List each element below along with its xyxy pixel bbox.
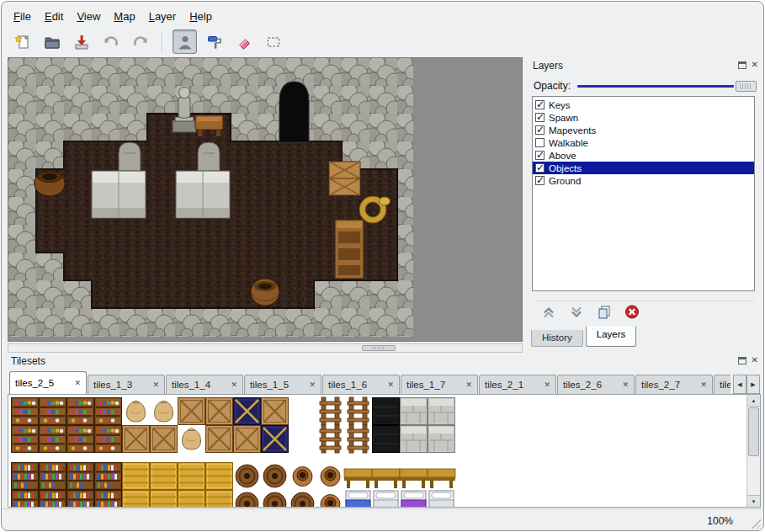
layer-checkbox[interactable]: ✓ [535, 138, 545, 147]
menu-edit[interactable]: Edit [38, 8, 70, 24]
layer-row[interactable]: ✓ Spawn [533, 111, 754, 124]
undo-button[interactable] [98, 29, 123, 54]
layer-checkbox[interactable]: ✓ [535, 176, 545, 185]
float-panel-icon[interactable] [738, 61, 746, 69]
tileset-tab[interactable]: tiles_2_7 ✕ [635, 375, 713, 394]
menu-file[interactable]: File [7, 8, 38, 24]
new-document-icon [14, 34, 31, 51]
float-panel-icon[interactable] [738, 357, 746, 364]
delete-layer-button[interactable] [622, 303, 642, 321]
dock-tab[interactable]: Layers [586, 327, 637, 347]
paint-roller-icon [206, 34, 223, 51]
paint-tool-button[interactable] [202, 29, 226, 54]
layer-row[interactable]: ✓ Ground [533, 174, 754, 187]
stamp-tool-button[interactable] [173, 29, 197, 54]
layer-row[interactable]: ✓ Walkable [533, 136, 754, 149]
layer-name: Ground [549, 176, 581, 186]
tab-scroll-left-icon[interactable]: ◀ [733, 375, 746, 394]
layer-checkbox[interactable]: ✓ [535, 163, 545, 173]
tab-close-icon[interactable]: ✕ [309, 380, 316, 389]
tileset-tab[interactable]: tiles_2_5 ✕ [9, 371, 87, 394]
tileset-vertical-scrollbar[interactable]: ▲ ▼ [746, 395, 760, 507]
layer-name: Mapevents [549, 125, 596, 136]
open-folder-icon [44, 34, 61, 51]
tileset-tab-label: tiles_ [720, 380, 730, 390]
chevron-down-icon [569, 306, 584, 319]
zoom-level: 100% [707, 515, 733, 527]
tab-scroll-right-icon[interactable]: ▶ [746, 375, 760, 394]
menu-view[interactable]: View [70, 8, 107, 24]
tileset-tab[interactable]: tiles_1_6 ✕ [322, 375, 400, 394]
open-button[interactable] [40, 29, 64, 54]
menu-layer[interactable]: Layer [142, 8, 183, 24]
cave-entrance-object [279, 82, 309, 142]
altar-object [92, 171, 146, 218]
new-button[interactable] [10, 29, 35, 54]
toolbar [10, 28, 285, 56]
tileset-tab-label: tiles_1_3 [93, 380, 149, 390]
tileset-tab-label: tiles_2_1 [485, 380, 540, 390]
map-horizontal-scrollbar[interactable] [8, 343, 523, 353]
tab-close-icon[interactable]: ✕ [387, 380, 394, 389]
tab-close-icon[interactable]: ✕ [700, 380, 707, 389]
opacity-slider-track[interactable] [577, 85, 734, 88]
layer-row[interactable]: ✓ Mapevents [533, 124, 754, 136]
check-icon: ✓ [536, 98, 545, 110]
tileset-tab[interactable]: tiles_1_4 ✕ [166, 375, 243, 394]
tab-close-icon[interactable]: ✕ [465, 380, 472, 389]
layer-row[interactable]: ✓ Objects [533, 162, 754, 174]
menu-bar: File Edit View Map Layer Help [7, 7, 219, 25]
toolbar-separator [162, 32, 163, 52]
eraser-tool-button[interactable] [231, 29, 256, 54]
tileset-tab[interactable]: tiles_2_1 ✕ [479, 375, 556, 394]
menu-help[interactable]: Help [183, 8, 219, 24]
layer-name: Keys [549, 100, 571, 110]
select-tool-button[interactable] [261, 29, 285, 54]
tileset-tab[interactable]: tiles_ ✕ [714, 375, 730, 394]
close-panel-icon[interactable]: ✕ [752, 356, 758, 364]
tombstone-object [198, 142, 220, 171]
opacity-slider[interactable] [577, 79, 757, 93]
opacity-slider-handle[interactable] [736, 81, 757, 92]
map-canvas[interactable] [8, 58, 413, 337]
scrollbar-thumb[interactable] [362, 345, 396, 351]
lower-layer-button[interactable] [566, 303, 587, 321]
tileset-tab[interactable]: tiles_1_5 ✕ [244, 375, 321, 394]
scrollbar-thumb[interactable] [748, 407, 759, 456]
tileset-canvas[interactable] [9, 396, 746, 507]
check-icon: ✓ [536, 124, 545, 136]
tileset-tab-label: tiles_2_5 [15, 378, 71, 388]
cabinet-object [335, 220, 364, 279]
tileset-tab-label: tiles_2_6 [563, 380, 619, 390]
tileset-tab[interactable]: tiles_1_7 ✕ [401, 375, 478, 394]
tab-close-icon[interactable]: ✕ [231, 380, 237, 389]
layer-checkbox[interactable]: ✓ [535, 125, 545, 135]
resize-grip[interactable] [749, 517, 761, 529]
raise-layer-button[interactable] [539, 303, 559, 321]
layer-checkbox[interactable]: ✓ [535, 100, 545, 109]
layer-checkbox[interactable]: ✓ [535, 113, 545, 122]
tileset-tab-label: tiles_1_6 [328, 380, 384, 390]
tab-close-icon[interactable]: ✕ [74, 379, 81, 387]
tab-close-icon[interactable]: ✕ [544, 380, 550, 389]
layer-row[interactable]: ✓ Above [533, 149, 754, 162]
tileset-tab[interactable]: tiles_1_3 ✕ [88, 375, 165, 394]
menu-map[interactable]: Map [107, 8, 141, 24]
scroll-down-icon[interactable]: ▼ [747, 495, 760, 507]
delete-icon [624, 305, 640, 319]
duplicate-layer-button[interactable] [594, 303, 614, 321]
dock-tab[interactable]: History [531, 330, 583, 347]
layer-row[interactable]: ✓ Keys [533, 98, 754, 111]
tileset-tab-label: tiles_1_5 [250, 380, 305, 390]
tileset-tab-label: tiles_1_7 [406, 380, 462, 390]
tileset-tab[interactable]: tiles_2_6 ✕ [557, 375, 635, 394]
tab-close-icon[interactable]: ✕ [152, 380, 159, 389]
layer-checkbox[interactable]: ✓ [535, 151, 545, 160]
redo-button[interactable] [128, 29, 152, 54]
layers-panel-title: Layers [533, 60, 563, 72]
tab-close-icon[interactable]: ✕ [622, 380, 629, 389]
scroll-up-icon[interactable]: ▲ [747, 395, 760, 407]
close-panel-icon[interactable]: ✕ [752, 61, 758, 69]
save-button[interactable] [69, 29, 93, 54]
altar-object [176, 171, 230, 218]
